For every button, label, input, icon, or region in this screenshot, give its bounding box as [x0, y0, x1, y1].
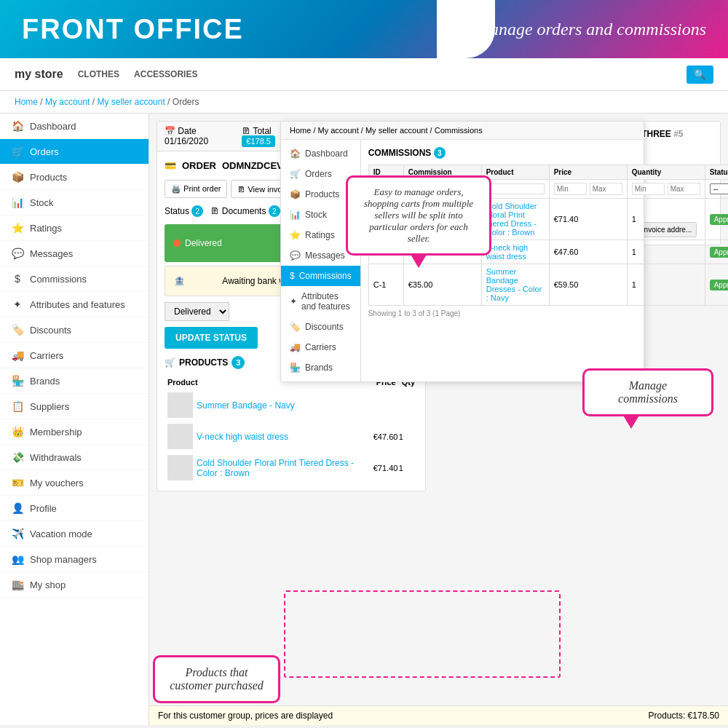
- breadcrumb-account[interactable]: My account: [45, 97, 90, 107]
- sidebar-item-commissions[interactable]: $ Commissions: [0, 266, 149, 292]
- comm-product-3[interactable]: Summer Bandage Dresses - Color : Navy: [486, 267, 542, 302]
- sidebar-label-carriers: Carriers: [30, 350, 63, 361]
- comm-qty-2: 1: [627, 240, 705, 264]
- sidebar-item-membership[interactable]: 👑 Membership: [0, 419, 149, 445]
- comm-price-2: €47.60: [549, 240, 627, 264]
- order-date: 📅 Date 01/16/2020: [165, 126, 231, 146]
- sidebar-label-attributes: Attributes and features: [30, 299, 125, 310]
- sidebar-item-ratings[interactable]: ⭐ Ratings: [0, 215, 149, 241]
- sidebar-label-messages: Messages: [30, 248, 73, 259]
- status-select[interactable]: Delivered: [165, 302, 229, 321]
- print-order-button[interactable]: 🖨️ Print order: [165, 180, 227, 198]
- table-row: V-neck high waist dress €47.60 1: [165, 421, 418, 452]
- sidebar-item-stock[interactable]: 📊 Stock: [0, 190, 149, 215]
- sidebar-item-profile[interactable]: 👤 Profile: [0, 496, 149, 521]
- myshop-icon: 🏬: [11, 579, 24, 590]
- sidebar-label-commissions: Commissions: [30, 274, 87, 285]
- sidebar-item-carriers[interactable]: 🚚 Carriers: [0, 343, 149, 368]
- comm-price-3: €59.50: [549, 264, 627, 306]
- comm-product-1[interactable]: Cold Shoulder Floral Print Tiered Dress …: [486, 202, 537, 237]
- comm-sidebar-discounts[interactable]: 🏷️ Discounts: [281, 317, 360, 337]
- status-dot: [173, 240, 181, 247]
- documents-tab[interactable]: 🖹 Documents 2: [210, 205, 280, 217]
- sidebar-item-brands[interactable]: 🏪 Brands: [0, 368, 149, 394]
- sidebar-item-vacation[interactable]: ✈️ Vacation mode: [0, 521, 149, 547]
- sidebar-label-membership: Membership: [30, 427, 82, 438]
- sidebar-label-vouchers: My vouchers: [30, 478, 84, 488]
- filter-status-select[interactable]: -- Approved: [710, 183, 728, 194]
- banner-left-title: FRONT OFFICE: [22, 14, 244, 45]
- breadcrumb-seller[interactable]: My seller account: [97, 97, 165, 107]
- col-price[interactable]: Price: [549, 165, 627, 180]
- nav-clothes[interactable]: CLOTHES: [78, 69, 119, 79]
- col-product[interactable]: Product: [481, 165, 549, 180]
- ratings-icon: ⭐: [11, 222, 24, 234]
- commissions-breadcrumb: Home / My account / My seller account / …: [281, 122, 644, 140]
- content-area: 📅 Date 01/16/2020 🖹 Total €178.5 💬 Messa…: [149, 114, 728, 725]
- sidebar-item-shopmanagers[interactable]: 👥 Shop managers: [0, 547, 149, 572]
- col-status[interactable]: Status: [705, 165, 728, 180]
- carriers-icon: 🚚: [11, 349, 24, 361]
- comm-sidebar-brands[interactable]: 🏪 Brands: [281, 357, 360, 378]
- sidebar-label-withdrawals: Withdrawals: [30, 452, 82, 463]
- comm-sidebar-attributes[interactable]: ✦ Attributes and features: [281, 286, 360, 317]
- messages-icon: 💬: [11, 248, 24, 259]
- search-button[interactable]: 🔍: [687, 66, 713, 84]
- suppliers-icon: 📋: [11, 400, 24, 412]
- nav-accessories[interactable]: ACCESSORIES: [134, 69, 197, 79]
- update-status-button[interactable]: UPDATE STATUS: [165, 327, 258, 349]
- sidebar-label-orders: Orders: [30, 146, 59, 157]
- orders-speech-bubble: Easy to manage orders, shopping carts fr…: [346, 175, 491, 256]
- sidebar-item-dashboard[interactable]: 🏠 Dashboard: [0, 114, 149, 139]
- sidebar-item-vouchers[interactable]: 🎫 My vouchers: [0, 470, 149, 496]
- vacation-icon: ✈️: [11, 528, 24, 539]
- sidebar-item-messages[interactable]: 💬 Messages: [0, 241, 149, 266]
- comm-amount-3: €35.00: [403, 264, 481, 306]
- sidebar-item-withdrawals[interactable]: 💸 Withdrawals: [0, 445, 149, 470]
- comm-sidebar-carriers[interactable]: 🚚 Carriers: [281, 337, 360, 357]
- product-image-1: [167, 392, 193, 418]
- product-name-3: Cold Shoulder Floral Print Tiered Dress …: [197, 458, 371, 478]
- delivered-label: Delivered: [185, 238, 222, 248]
- product-price-2: €47.60: [373, 421, 399, 452]
- sidebar-label-suppliers: Suppliers: [30, 401, 69, 412]
- sidebar-item-myshop[interactable]: 🏬 My shop: [0, 572, 149, 598]
- products-highlight-box: [284, 590, 561, 678]
- order-id: ODMNZDCEV: [222, 160, 283, 171]
- comm-sidebar-commissions[interactable]: $ Commissions: [281, 266, 360, 286]
- filter-price-min[interactable]: [554, 183, 587, 195]
- product-image-3: [167, 455, 193, 480]
- status-tab[interactable]: Status 2: [165, 205, 203, 217]
- sidebar-item-attributes[interactable]: ✦ Attributes and features: [0, 292, 149, 317]
- nav-links: CLOTHES ACCESSORIES: [78, 69, 198, 79]
- product-name-1: Summer Bandage - Navy: [197, 400, 295, 411]
- col-qty[interactable]: Quantity: [627, 165, 705, 180]
- product-qty-3: 1: [399, 452, 418, 483]
- sidebar-label-profile: Profile: [30, 503, 57, 514]
- sidebar: 🏠 Dashboard 🛒 Orders 📦 Products 📊 Stock …: [0, 114, 149, 725]
- filter-price-max[interactable]: [590, 183, 622, 195]
- commissions-title: COMMISSIONS 3: [368, 147, 728, 159]
- commission-row-3: C-1 €35.00 Summer Bandage Dresses - Colo…: [368, 264, 728, 306]
- store-logo: my store: [15, 68, 63, 81]
- sidebar-item-products[interactable]: 📦 Products: [0, 165, 149, 190]
- product-image-2: [167, 424, 193, 449]
- table-row: Cold Shoulder Floral Print Tiered Dress …: [165, 452, 418, 483]
- filter-qty-min[interactable]: [632, 183, 665, 195]
- comm-sidebar-dashboard[interactable]: 🏠 Dashboard: [281, 143, 360, 164]
- sidebar-label-shopmanagers: Shop managers: [30, 554, 97, 565]
- breadcrumb-home[interactable]: Home: [15, 97, 38, 107]
- customer-id: #5: [673, 129, 683, 139]
- sidebar-label-products: Products: [30, 172, 67, 183]
- sidebar-item-suppliers[interactable]: 📋 Suppliers: [0, 394, 149, 419]
- comm-status-1: Approved: [710, 214, 728, 225]
- commissions-count-badge: 3: [434, 147, 446, 159]
- comm-product-2[interactable]: V-neck high waist dress: [486, 243, 528, 261]
- bottom-bar: For this customer group, prices are disp…: [149, 705, 728, 725]
- dashboard-icon: 🏠: [11, 120, 24, 132]
- sidebar-item-orders[interactable]: 🛒 Orders: [0, 139, 149, 165]
- filter-qty-max[interactable]: [668, 183, 700, 195]
- sidebar-item-discounts[interactable]: 🏷️ Discounts: [0, 317, 149, 343]
- vouchers-icon: 🎫: [11, 477, 24, 488]
- filter-product[interactable]: [486, 183, 545, 194]
